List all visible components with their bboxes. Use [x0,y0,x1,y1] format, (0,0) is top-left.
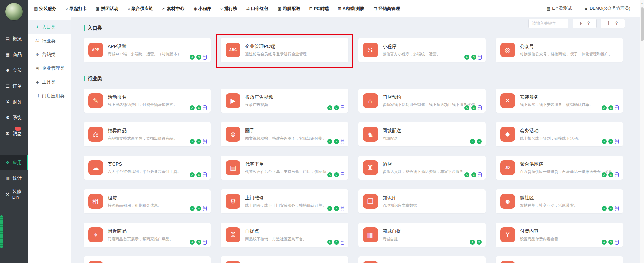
app-card[interactable]: ⚙ 上门维修 线上购买，线下上门安装服务，核销确认订单。 ASWAP [221,189,348,213]
category-item[interactable]: ⇶ 门店应用类 [28,89,71,103]
category-item-label: 企业管理类 [42,65,65,71]
app-card[interactable]: ▥ 商城自提 商城自提 AS [358,223,486,247]
wxapp-platform-icon: S [196,55,201,60]
top-nav-item[interactable]: ✂ 素材中心 [162,6,184,12]
sidebar-item-label: 订单 [13,83,22,89]
app-card[interactable]: 租 租赁 特殊商品租用，租期租金优惠。 ASWAP [84,189,211,213]
top-nav-item[interactable]: ○ 排行榜 [220,6,237,12]
app-card[interactable]: ☁ 荟CPS 六大平台红包福利，平台必备高返佣工具。 ASWAP [84,156,211,180]
top-nav-item[interactable]: ○ 聚合供应链 [128,6,153,12]
app-platform-icon: A [327,240,332,245]
sidebar-item[interactable]: ✉ 消息 ··· [0,125,28,141]
tag-icon: ◆ [35,80,40,84]
app-card-title: 圈子 [245,128,342,134]
app-card[interactable]: ⊚ 圈子 图文视频发帖，搭建兴趣圈子，实现知识付费。 ASWAP [221,122,348,146]
app-card-icon: ♖ [226,227,240,242]
next-button[interactable]: 下一个 [573,19,597,28]
top-nav-item[interactable]: ⇶ 经销商管理 [374,6,400,12]
wap-platform-icon: WAP [203,240,207,245]
app-card[interactable]: ABC 企业管理PC端 通过前端会员账号登录进行企业管理 [221,38,348,62]
category-item[interactable]: ★ 入口类 [28,20,71,34]
top-nav-item[interactable]: ▦ 安装服务 [34,6,56,12]
top-nav-item[interactable]: ⊞ PC前端 [309,6,329,12]
app-platform-icon: A [190,139,195,144]
sidebar-item[interactable]: ⚒ 装修DIY [0,186,28,202]
app-card[interactable]: ▤ 代客下单 代替客户在后台下单，支持自营，门店，供应商。 ASWAP [221,156,348,180]
app-card-desc: 对接微信公众号，链接商城，便于一体化管理和推广。 [520,52,617,57]
sidebar-item[interactable]: ▥ 统计 [0,170,28,186]
platform-icons: ASWAP [327,206,344,211]
top-nav-item[interactable]: ▣ 跑腿配送 [278,6,300,12]
sidebar-item[interactable]: ▦ 商品 [0,47,28,62]
app-card[interactable]: ⚖ 拍卖商品 商品拍卖模式新零售，竞拍出价得商品。 ASWAP [84,122,211,146]
prev-button[interactable]: 上一个 [601,19,625,28]
sidebar-item[interactable]: ☻ 会员 [0,62,28,78]
platform-icons: ASWAP [602,139,619,144]
app-card[interactable]: ♜ 酒店 多酒店入驻，整合线下酒店资源，丰富平台服务。 ASWAP [358,156,486,180]
app-card-icon: ☁ [88,160,103,175]
category-item[interactable]: ▣ 企业管理类 [28,61,71,75]
truck-icon: ⇶ [374,6,377,11]
platform-icons: ASWAP [327,240,344,245]
plus-square-icon: ⊞ [309,6,312,11]
green-scroll-indicator[interactable] [0,215,3,248]
app-card-icon: S [363,43,378,57]
app-card[interactable]: ✕ 安装服务 线上购买，线下安装服务，核销确认订单。 ASWAP [496,89,623,113]
category-item[interactable]: 品 行业类 [28,34,71,48]
wxapp-platform-icon: S [196,206,201,211]
topbar-right-item[interactable]: ☻ DEMO(公众号管理员) [584,6,630,11]
sidebar-item[interactable]: ☰ 订单 [0,78,28,94]
wxapp-platform-icon: S [608,240,613,245]
orders-icon: ☰ [4,84,11,89]
app-card[interactable]: ⌖ 附近商品 门店商品首页展示，帮商家推广爆品。 ASWAP [84,223,211,247]
wxapp-platform-icon: S [334,206,339,211]
wap-platform-icon: WAP [615,139,619,144]
app-card[interactable]: ◷ 分时预约 [221,256,348,263]
avatar[interactable] [5,3,23,21]
top-nav-item[interactable]: ⇄ 口令红包 [246,6,268,12]
top-nav-item[interactable]: ⊞ AI智能测肤 [338,6,364,12]
overview-icon: ▤ [4,36,11,41]
app-card[interactable]: ❐ 知识库 管理知识库文章数据 [358,189,486,213]
app-card[interactable]: ☻ AI智能测肤 [496,256,623,263]
scroll-up-arrow[interactable]: ▲ [640,0,644,4]
app-card-icon: ✕ [500,93,515,108]
sidebar-item[interactable]: ❖ 应用 [0,155,28,170]
top-nav-item[interactable]: ◉ 小程序 [193,6,211,12]
app-card[interactable]: ☻ 微社区 发帖种草，社交互动，活跃带货。 ASWAP [496,189,623,213]
app-card[interactable]: ✎ 活动报名 线上报名缴纳费用，付费金额营销设置。 ASWAP [84,89,211,113]
topbar-right-item[interactable]: ▦ E企盈测试 [547,6,572,11]
topbar-right-label: DEMO(公众号管理员) [590,6,630,11]
app-card[interactable]: ⊞ PC前端 [358,256,486,263]
sidebar-item[interactable]: ⚙ 系统 [0,110,28,125]
app-card[interactable]: JD 聚合供应链 百万货源供应一键进货，自营商品一键推送云仓，采购 ASWAP [496,156,623,180]
app-card-icon: JD [500,160,515,175]
app-card[interactable]: APP APP设置 商城APP端，多端统一运营。（封装版本） ASWAP [84,38,211,62]
app-card[interactable]: ▶ 投放广告视频 投放广告视频 ASWAP [221,89,348,113]
search-input[interactable] [528,19,568,28]
app-card[interactable]: ¥ 付费内容 设置商品付费内容查看 ASWAP [496,223,623,247]
app-card[interactable]: S 小程序 微信官方小程序，多端统一运营。 ASWAP [358,38,486,62]
app-card-icon: ❐ [363,194,378,209]
wxapp-platform-icon: S [471,105,476,110]
platform-icons: AS [470,240,482,245]
category-item[interactable]: ⊙ 营销类 [28,48,71,61]
vertical-scrollbar[interactable]: ▲ [640,0,644,263]
wxapp-platform-icon: S [608,105,613,110]
app-card[interactable]: ♖ 自提点 商品线下核销，打造社区团购平台。 ASWAP [221,223,348,247]
app-card[interactable]: ⌂ 门店预约 多商家线下活动组合销售，线上预约项目线下服务核销。 ASWAP [358,89,486,113]
sidebar-item[interactable]: ¥ 财务 [0,94,28,110]
section-industry: 行业类 ✎ 活动报名 线上报名缴纳费用，付费金额营销设置。 ASWAP ▶ 投放… [84,76,623,263]
app-card[interactable]: ◎ 公众号 对接微信公众号，链接商城，便于一体化管理和推广。 [496,38,623,62]
top-nav-item[interactable]: ▣ 拼团活动 [96,6,118,12]
category-item[interactable]: ◆ 工具类 [28,75,71,89]
app-card[interactable]: ⌂ 厂家 [84,256,211,263]
app-card[interactable]: ♞ 同城配送 同城配送 AS [358,122,486,146]
app-card-desc: 同城配送 [383,136,480,141]
app-card[interactable]: ✸ 会务活动 线上报名线下签到，链接线下活动。 ASWAP [496,122,623,146]
top-nav-item[interactable]: ○ 早起打卡 [65,6,87,12]
scrollbar-thumb[interactable] [641,7,644,41]
sitemap-icon: 品 [35,38,40,43]
sidebar-item[interactable]: ▤ 概况 [0,31,28,47]
app-root: ▤ 概况 ▦ 商品 ☻ 会员 ☰ 订单 ¥ 财务 [0,0,644,263]
